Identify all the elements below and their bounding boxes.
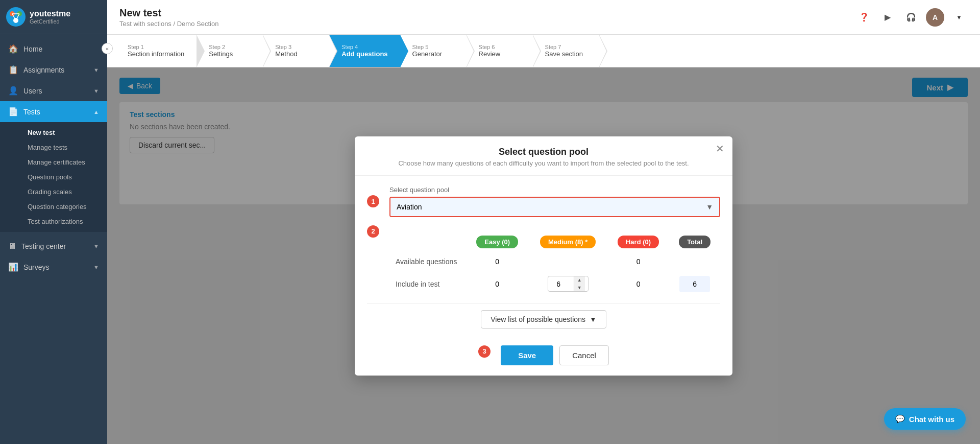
steps-bar: Step 1 Section information Step 2 Settin… (107, 35, 980, 67)
breadcrumb: Test with sections / Demo Section (119, 20, 218, 28)
brand-sub: GetCertified (30, 18, 70, 25)
surveys-icon: 📊 (8, 262, 18, 272)
step-6-num: Step 6 (479, 44, 501, 50)
easy-include-cell: 0 (466, 271, 529, 297)
topbar-actions: ❓ ▶ 🎧 A ▼ (855, 8, 968, 27)
sidebar-item-label: Assignments (23, 66, 93, 74)
spinner-up-button[interactable]: ▲ (574, 276, 585, 284)
col-header-medium: Medium (8) * (529, 231, 607, 252)
medium-spinner[interactable]: ▲ ▼ (548, 276, 589, 292)
step-5-name: Generator (412, 50, 443, 58)
available-row: Available questions 0 0 (389, 252, 720, 271)
pool-select[interactable]: Aviation Science History Geography (390, 198, 719, 216)
hard-badge: Hard (0) (618, 236, 659, 248)
sidebar-item-users[interactable]: 👤 Users ▼ (0, 80, 107, 101)
step-5[interactable]: Step 5 Generator (400, 35, 467, 67)
medium-badge: Medium (8) * (540, 236, 596, 248)
total-include-value: 6 (679, 276, 710, 292)
step-1[interactable]: Step 1 Section information (119, 35, 197, 67)
step-6[interactable]: Step 6 Review (467, 35, 533, 67)
tests-submenu: New test Manage tests Manage certificate… (0, 122, 107, 232)
sidebar-collapse-button[interactable]: « (102, 43, 113, 54)
questions-table: Easy (0) Medium (8) * Hard (0) (389, 231, 720, 297)
pool-select-wrapper: Aviation Science History Geography ▼ (389, 197, 720, 217)
topbar-title-section: New test Test with sections / Demo Secti… (119, 7, 218, 28)
step-7[interactable]: Step 7 Save section (533, 35, 599, 67)
sidebar-item-test-authorizations[interactable]: Test authorizations (21, 214, 107, 229)
pool-select-container: Select question pool Aviation Science Hi… (389, 186, 720, 217)
modal-header: Select question pool Choose how many que… (355, 136, 732, 176)
sidebar-item-testing-center[interactable]: 🖥 Testing center ▼ (0, 236, 107, 256)
modal-body: 1 Select question pool Aviation Science … (355, 176, 732, 339)
view-list-label: View list of possible questions (491, 315, 585, 323)
step-4[interactable]: Step 4 Add questions (329, 35, 400, 67)
step-4-name: Add questions (341, 50, 387, 58)
view-list-button[interactable]: View list of possible questions ▼ (481, 310, 606, 329)
total-include-cell: 6 (669, 271, 720, 297)
topbar: New test Test with sections / Demo Secti… (107, 0, 980, 35)
play-icon-button[interactable]: ▶ (879, 9, 896, 26)
pool-field-label: Select question pool (389, 186, 720, 194)
chevron-down-icon: ▼ (93, 264, 99, 270)
tests-icon: 📄 (8, 107, 18, 116)
main-content: New test Test with sections / Demo Secti… (107, 0, 980, 444)
sidebar-item-question-pools[interactable]: Question pools (21, 170, 107, 184)
modal-overlay: Select question pool Choose how many que… (107, 67, 980, 444)
step-1-num: Step 1 (128, 44, 184, 50)
chevron-down-icon: ▼ (93, 88, 99, 94)
sidebar-item-grading-scales[interactable]: Grading scales (21, 184, 107, 199)
content-area: ◀ Back Next ▶ Test sections No sections … (107, 67, 980, 444)
users-icon: 👤 (8, 86, 18, 96)
modal-title: Select question pool (367, 147, 720, 157)
total-available-cell (669, 252, 720, 271)
chevron-up-icon: ▲ (93, 109, 99, 115)
sidebar: youtestme GetCertified 🏠 Home 📋 Assignme… (0, 0, 107, 444)
sidebar-item-manage-tests[interactable]: Manage tests (21, 140, 107, 155)
spinner-down-button[interactable]: ▼ (574, 284, 585, 292)
medium-include-input[interactable] (551, 277, 574, 291)
user-menu-arrow[interactable]: ▼ (950, 9, 968, 26)
chevron-down-icon: ▼ (93, 243, 99, 249)
view-list-container: View list of possible questions ▼ (367, 310, 720, 329)
logo-text: youtestme GetCertified (30, 9, 70, 25)
chevron-down-icon: ▼ (590, 315, 597, 323)
medium-available-cell (529, 252, 607, 271)
sidebar-item-surveys[interactable]: 📊 Surveys ▼ (0, 256, 107, 277)
avatar[interactable]: A (926, 8, 944, 27)
sidebar-item-new-test[interactable]: New test (21, 125, 107, 140)
svg-point-0 (6, 7, 26, 27)
step-indicator-2: 2 (367, 225, 379, 238)
sidebar-item-label: Tests (23, 108, 93, 116)
select-question-pool-modal: Select question pool Choose how many que… (355, 136, 732, 376)
sidebar-item-label: Users (23, 87, 93, 95)
step-7-num: Step 7 (545, 44, 583, 50)
col-header-total: Total (669, 231, 720, 252)
brand-name: youtestme (30, 9, 70, 18)
step-3-name: Method (275, 50, 297, 58)
help-icon-button[interactable]: ❓ (855, 9, 873, 26)
chat-button[interactable]: 💬 Chat with us (884, 408, 966, 430)
step-1-name: Section information (128, 50, 184, 58)
headset-icon-button[interactable]: 🎧 (902, 9, 920, 26)
sidebar-item-manage-certificates[interactable]: Manage certificates (21, 155, 107, 170)
step-5-num: Step 5 (412, 44, 443, 50)
sidebar-item-assignments[interactable]: 📋 Assignments ▼ (0, 59, 107, 80)
separator (367, 303, 720, 304)
step-2-name: Settings (209, 50, 233, 58)
cancel-button[interactable]: Cancel (559, 345, 609, 365)
save-button[interactable]: Save (501, 345, 553, 365)
chat-label: Chat with us (909, 415, 954, 424)
hard-available-cell: 0 (607, 252, 670, 271)
include-label: Include in test (389, 271, 466, 297)
sidebar-item-tests[interactable]: 📄 Tests ▲ (0, 101, 107, 122)
chevron-down-icon: ▼ (93, 67, 99, 73)
col-header-hard: Hard (0) (607, 231, 670, 252)
step-3[interactable]: Step 3 Method (263, 35, 329, 67)
available-label: Available questions (389, 252, 466, 271)
sidebar-item-home[interactable]: 🏠 Home (0, 38, 107, 59)
modal-close-button[interactable]: ✕ (716, 144, 724, 154)
sidebar-item-question-categories[interactable]: Question categories (21, 199, 107, 214)
sidebar-item-label: Surveys (23, 263, 93, 271)
step-2[interactable]: Step 2 Settings (197, 35, 263, 67)
easy-available-cell: 0 (466, 252, 529, 271)
